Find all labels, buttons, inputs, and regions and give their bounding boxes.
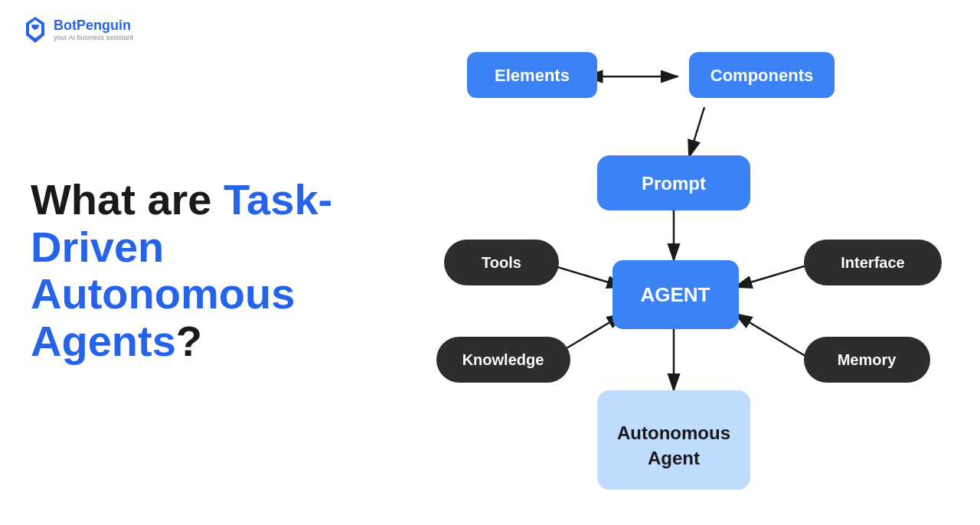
logo: BotPenguin your AI business assistant — [23, 15, 133, 44]
agent-node: AGENT — [612, 260, 739, 329]
arrow-components-prompt — [689, 107, 704, 157]
interface-node: Interface — [804, 240, 942, 285]
elements-label: Elements — [495, 66, 570, 85]
logo-title: BotPenguin — [54, 18, 133, 34]
heading-area: What are Task-Driven Autonomous Agents? — [31, 176, 352, 364]
heading-suffix: ? — [176, 317, 202, 365]
memory-node: Memory — [804, 337, 930, 383]
logo-icon — [23, 15, 47, 44]
svg-point-0 — [31, 24, 34, 28]
elements-node: Elements — [467, 52, 597, 98]
prompt-node: Prompt — [597, 155, 750, 210]
knowledge-label: Knowledge — [462, 351, 544, 368]
components-label: Components — [710, 66, 813, 85]
logo-text: BotPenguin your AI business assistant — [54, 18, 133, 42]
autonomous-agent-node: Autonomous Agent — [597, 390, 750, 490]
autonomous-agent-label-1: Autonomous — [617, 422, 730, 443]
memory-label: Memory — [838, 351, 897, 368]
diagram: Elements Components Prompt Tools Interfa… — [406, 15, 965, 513]
tools-node: Tools — [444, 240, 559, 285]
tools-label: Tools — [482, 254, 521, 271]
arrow-memory-agent — [735, 314, 812, 360]
prompt-label: Prompt — [642, 173, 706, 194]
heading-prefix: What are — [31, 175, 224, 223]
knowledge-node: Knowledge — [436, 337, 570, 383]
agent-label: AGENT — [641, 283, 710, 306]
main-heading: What are Task-Driven Autonomous Agents? — [31, 176, 352, 364]
logo-subtitle: your AI business assistant — [54, 34, 133, 41]
components-node: Components — [689, 52, 835, 98]
interface-label: Interface — [841, 254, 904, 271]
autonomous-agent-label-2: Agent — [648, 448, 700, 468]
arrow-interface-agent — [735, 264, 812, 287]
svg-point-1 — [36, 24, 39, 28]
